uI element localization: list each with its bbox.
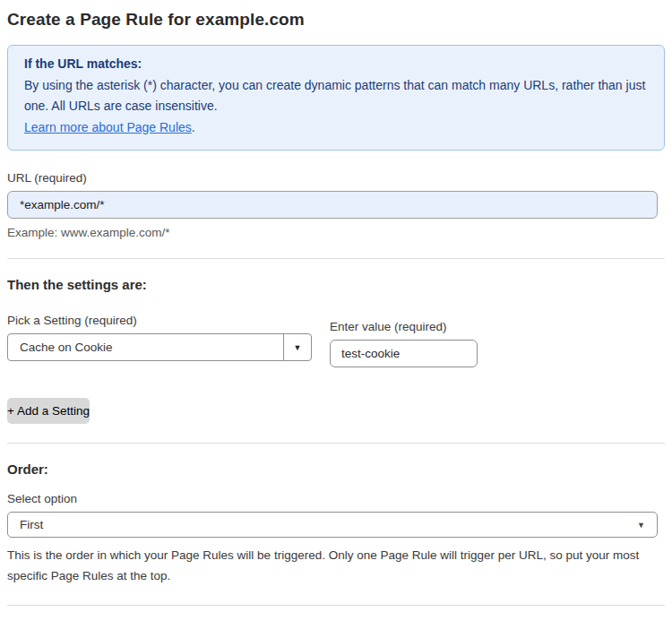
create-page-rule-form: Create a Page Rule for example.com If th… [0, 0, 672, 621]
page-title: Create a Page Rule for example.com [7, 10, 665, 30]
order-description: This is the order in which your Page Rul… [7, 545, 658, 586]
order-section-heading: Order: [7, 461, 665, 477]
learn-more-link[interactable]: Learn more about Page Rules [24, 120, 192, 134]
section-divider [7, 258, 665, 259]
info-box-body: By using the asterisk (*) character, you… [24, 75, 648, 117]
learn-more-link-suffix: . [192, 120, 195, 134]
setting-select-value: Cache on Cookie [8, 341, 113, 354]
setting-value-column: Enter value (required) [330, 292, 478, 367]
order-select[interactable]: First ▼ [7, 512, 658, 538]
pick-setting-label: Pick a Setting (required) [7, 314, 312, 327]
chevron-down-glyph: ▼ [294, 343, 302, 352]
chevron-down-icon[interactable]: ▼ [283, 334, 311, 360]
url-example-helper: Example: www.example.com/* [7, 226, 665, 239]
chevron-down-icon: ▼ [637, 521, 645, 530]
settings-section-heading: Then the settings are: [7, 277, 665, 292]
add-setting-button[interactable]: + Add a Setting [7, 398, 90, 424]
url-field-label: URL (required) [7, 171, 665, 185]
setting-select[interactable]: Cache on Cookie ▼ [7, 333, 312, 361]
settings-row: Pick a Setting (required) Cache on Cooki… [7, 292, 665, 367]
section-divider [7, 605, 665, 606]
order-select-label: Select option [7, 492, 665, 505]
setting-value-input[interactable] [330, 340, 478, 367]
info-box-heading: If the URL matches: [24, 54, 648, 75]
setting-select-column: Pick a Setting (required) Cache on Cooki… [7, 292, 312, 367]
enter-value-label: Enter value (required) [330, 320, 478, 333]
info-link-line: Learn more about Page Rules. [24, 117, 648, 139]
url-input[interactable] [7, 191, 658, 219]
section-divider [7, 443, 665, 444]
order-select-value: First [20, 518, 43, 531]
url-match-info-box: If the URL matches: By using the asteris… [7, 45, 665, 151]
